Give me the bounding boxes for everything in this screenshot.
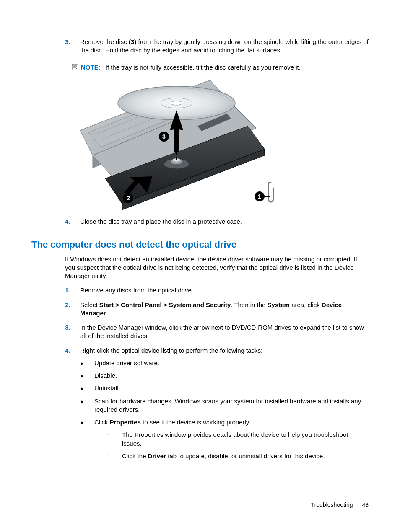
step-1: 1. Remove any discs from the optical dri… [65,286,369,294]
disc-removal-figure: 3 2 1 [80,80,277,210]
note-row: NOTE:If the tray is not fully accessible… [72,63,369,72]
sub-bullet-icon: ◦ [108,452,122,460]
text: . Then in the [231,301,267,308]
text: Remove the disc [80,38,129,45]
bullet-icon: ● [80,372,94,380]
step-body: In the Device Manager window, click the … [80,323,369,341]
sub-bullet-text: Click the Driver tab to update, disable,… [122,452,369,460]
step-body: Right-click the optical device listing t… [80,346,369,355]
bullet-icon: ● [80,359,94,367]
step-4b: 4. Right-click the optical device listin… [65,346,369,355]
bullet-icon: ● [80,418,94,465]
step-4: 4. Close the disc tray and place the dis… [65,217,369,226]
footer-section: Troubleshooting [311,501,353,508]
bullet-text: Disable. [94,372,369,380]
bullet-item: ● Scan for hardware changes. Windows sca… [80,397,369,414]
step-body: Remove any discs from the optical drive. [80,286,369,294]
step-body: Remove the disc (3) from the tray by gen… [80,38,369,55]
bullet-icon: ● [80,397,94,414]
sub-bullet-item: ◦ Click the Driver tab to update, disabl… [108,452,369,460]
step-2: 2. Select Start > Control Panel > System… [65,301,369,318]
figure-callout-2: 2 [127,195,130,201]
step-number: 3. [65,38,80,55]
step-number: 4. [65,346,80,355]
page-content: 3. Remove the disc (3) from the tray by … [31,38,369,226]
bullet-item: ● Uninstall. [80,384,369,393]
bullet-item: ● Click Properties to see if the device … [80,418,369,465]
sub-bullet-text: The Properties window provides details a… [122,431,369,448]
bullet-text: Scan for hardware changes. Windows scans… [94,397,369,414]
step-3b: 3. In the Device Manager window, click t… [65,323,369,341]
text: Click the [122,452,148,460]
bullet-item: ● Disable. [80,372,369,380]
text: area, click [290,301,322,308]
sub-bullet-icon: ◦ [108,431,122,448]
step-number: 2. [65,301,80,318]
step-body: Select Start > Control Panel > System an… [80,301,369,318]
text: tab to update, disable, or uninstall dri… [166,452,325,460]
bullet-text: Update driver software. [94,359,369,367]
step-3: 3. Remove the disc (3) from the tray by … [65,38,369,55]
sub-bullet-item: ◦ The Properties window provides details… [108,431,369,448]
text: Select [80,301,99,308]
text: . [106,310,108,317]
svg-rect-0 [72,64,78,70]
section-content: If Windows does not detect an installed … [31,255,369,465]
bullet-icon: ● [80,384,94,393]
callout-ref: (3) [129,38,136,45]
bullet-text: Uninstall. [94,384,369,393]
figure-callout-1: 1 [258,193,261,200]
bullet-text: Click Properties to see if the device is… [94,418,369,465]
text: Click [94,418,110,426]
bold: Properties [110,418,141,426]
step-number: 1. [65,286,80,294]
page-footer: Troubleshooting 43 [311,501,369,509]
step-number: 3. [65,323,80,341]
figure-callout-3: 3 [162,133,166,140]
note-icon [72,63,81,72]
step-body: Close the disc tray and place the disc i… [80,217,369,226]
svg-point-20 [171,101,182,105]
note-text: If the tray is not fully accessible, til… [106,64,301,71]
text: to see if the device is working properly… [141,418,251,426]
document-page: 3. Remove the disc (3) from the tray by … [0,0,400,532]
bold: Driver [148,452,166,460]
page-number: 43 [362,501,369,508]
note-label: NOTE: [81,64,101,71]
bold: Start > Control Panel > System and Secur… [99,301,231,308]
note-box: NOTE:If the tray is not fully accessible… [72,61,369,75]
step-number: 4. [65,217,80,226]
bullet-item: ● Update driver software. [80,359,369,367]
section-heading: The computer does not detect the optical… [31,238,369,251]
intro-paragraph: If Windows does not detect an installed … [65,255,369,281]
bold: System [268,301,290,308]
note-content: NOTE:If the tray is not fully accessible… [81,63,369,72]
